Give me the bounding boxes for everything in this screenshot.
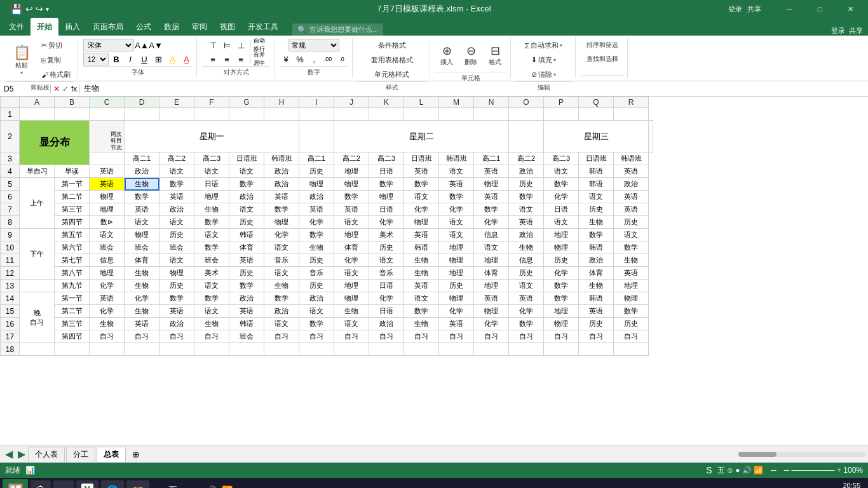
K12[interactable]: 音乐	[369, 267, 404, 280]
align-bottom-btn[interactable]: ⊥	[234, 39, 247, 51]
M13[interactable]: 历史	[439, 280, 474, 292]
circle-icon[interactable]: ●	[194, 484, 201, 488]
taskbar-weather[interactable]: 🌤	[31, 480, 51, 488]
close-btn[interactable]: ✕	[837, 0, 863, 18]
Q7[interactable]: 历史	[579, 203, 614, 216]
copy-btn[interactable]: ⎘ 复制	[38, 53, 74, 67]
formula-input[interactable]: 生物	[80, 83, 868, 94]
F17[interactable]: 自习	[194, 330, 229, 343]
G11[interactable]: 英语	[229, 254, 264, 267]
R17[interactable]: 自习	[614, 330, 649, 343]
K4[interactable]: 日语	[369, 165, 404, 178]
E16[interactable]: 政治	[159, 318, 194, 330]
minimize-btn[interactable]: ─	[776, 0, 802, 18]
K9[interactable]: 美术	[369, 229, 404, 241]
sheet-tab-division[interactable]: 分工	[66, 447, 95, 462]
H1[interactable]	[264, 108, 299, 121]
confirm-formula-btn[interactable]: ✓	[62, 85, 69, 93]
wrap-text-btn[interactable]: 自动换行	[253, 39, 266, 51]
C6[interactable]: 物理	[90, 191, 125, 203]
tab-developer[interactable]: 开发工具	[241, 18, 285, 36]
O10[interactable]: 生物	[509, 241, 544, 254]
row-1-header[interactable]: 1	[1, 108, 20, 121]
tab-data[interactable]: 数据	[158, 18, 186, 36]
font-grow-btn[interactable]: A▲	[135, 39, 148, 51]
row-16-header[interactable]: 16	[1, 318, 20, 330]
C10[interactable]: 班会	[90, 241, 125, 254]
L11[interactable]: 生物	[404, 254, 439, 267]
R10[interactable]: 数学	[614, 241, 649, 254]
ribbon-share[interactable]: 共享	[849, 26, 863, 36]
D12[interactable]: 生物	[125, 267, 159, 280]
R8[interactable]: 历史	[614, 216, 649, 229]
J17[interactable]: 自习	[334, 330, 369, 343]
F11[interactable]: 班会	[194, 254, 229, 267]
G18[interactable]	[229, 343, 264, 356]
L9[interactable]: 英语	[404, 229, 439, 241]
Q1[interactable]	[579, 108, 614, 121]
D11[interactable]: 体育	[125, 254, 159, 267]
J18[interactable]	[334, 343, 369, 356]
Q18[interactable]	[579, 343, 614, 356]
I10[interactable]: 生物	[299, 241, 334, 254]
H6[interactable]: 英语	[264, 191, 299, 203]
I4[interactable]: 历史	[299, 165, 334, 178]
I8[interactable]: 化学	[299, 216, 334, 229]
currency-btn[interactable]: ¥	[280, 53, 292, 65]
C8[interactable]: 数⊳	[90, 216, 125, 229]
sheet-tab-personal[interactable]: 个人表	[28, 447, 65, 462]
number-format-select[interactable]: 常规	[288, 39, 339, 51]
K15[interactable]: 日语	[369, 305, 404, 318]
quick-access-dropdown[interactable]: ▾	[46, 6, 49, 13]
P10[interactable]: 物理	[544, 241, 579, 254]
C1[interactable]	[90, 108, 125, 121]
C12[interactable]: 地理	[90, 267, 125, 280]
F1[interactable]	[194, 108, 229, 121]
N6[interactable]: 英语	[474, 191, 509, 203]
M3[interactable]: 韩语班	[439, 152, 474, 165]
C5[interactable]: 英语	[90, 178, 125, 191]
L7[interactable]: 化学	[404, 203, 439, 216]
N15[interactable]: 物理	[474, 305, 509, 318]
K5[interactable]: 数学	[369, 178, 404, 191]
sort-filter-btn[interactable]: 排序和筛选	[583, 39, 621, 51]
O4[interactable]: 政治	[509, 165, 544, 178]
C7[interactable]: 地理	[90, 203, 125, 216]
F3[interactable]: 高二3	[194, 152, 229, 165]
B6[interactable]: 第二节	[55, 191, 90, 203]
G5[interactable]: 数学	[229, 178, 264, 191]
O11[interactable]: 信息	[509, 254, 544, 267]
L18[interactable]	[404, 343, 439, 356]
E8[interactable]: 语文	[159, 216, 194, 229]
H12[interactable]: 语文	[264, 267, 299, 280]
A4[interactable]: 早自习	[20, 165, 55, 178]
J14[interactable]: 物理	[334, 292, 369, 305]
B17[interactable]: 第四节	[55, 330, 90, 343]
H13[interactable]: 生物	[264, 280, 299, 292]
decimal-down-btn[interactable]: .0	[336, 53, 348, 65]
H7[interactable]: 数学	[264, 203, 299, 216]
D4[interactable]: 政治	[125, 165, 159, 178]
cond-format-btn[interactable]: 条件格式	[375, 39, 409, 52]
tab-review[interactable]: 审阅	[186, 18, 214, 36]
B11[interactable]: 第七节	[55, 254, 90, 267]
E15[interactable]: 英语	[159, 305, 194, 318]
G1[interactable]	[229, 108, 264, 121]
P15[interactable]: 地理	[544, 305, 579, 318]
row-7-header[interactable]: 7	[1, 203, 20, 216]
D16[interactable]: 英语	[125, 318, 159, 330]
row-11-header[interactable]: 11	[1, 254, 20, 267]
L12[interactable]: 生物	[404, 267, 439, 280]
M9[interactable]: 语文	[439, 229, 474, 241]
B5[interactable]: 第一节	[55, 178, 90, 191]
J9[interactable]: 地理	[334, 229, 369, 241]
E1[interactable]	[159, 108, 194, 121]
M15[interactable]: 化学	[439, 305, 474, 318]
font-name-select[interactable]: 宋体	[83, 39, 134, 51]
font-size-select[interactable]: 12	[83, 53, 109, 65]
col-Q-header[interactable]: Q	[579, 97, 614, 108]
C16[interactable]: 生物	[90, 318, 125, 330]
K7[interactable]: 日语	[369, 203, 404, 216]
G12[interactable]: 历史	[229, 267, 264, 280]
H9[interactable]: 化学	[264, 229, 299, 241]
